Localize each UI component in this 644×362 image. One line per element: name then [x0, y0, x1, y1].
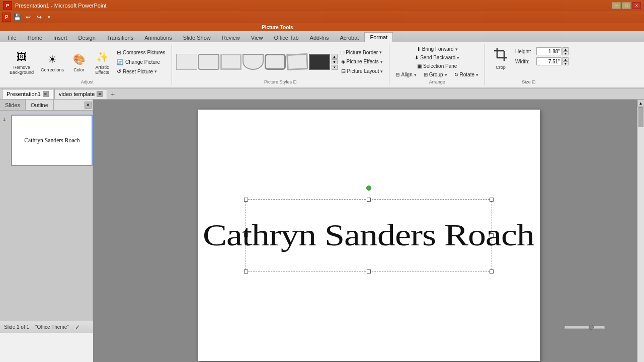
send-backward-dropdown: ▾	[457, 55, 459, 60]
handle-s[interactable]	[367, 269, 371, 274]
scroll-track[interactable]	[638, 107, 644, 362]
picture-style-6[interactable]	[286, 53, 308, 70]
tab-presentation1[interactable]: Presentation1 ✕	[2, 89, 53, 99]
picture-style-3[interactable]	[220, 54, 242, 70]
tab-video-template-close[interactable]: ✕	[97, 91, 103, 97]
slide-workspace[interactable]: ▲ ▼ Cathry	[93, 100, 644, 362]
title-text: Presentation1 - Microsoft PowerPoint	[15, 3, 107, 9]
tab-slideshow[interactable]: Slide Show	[178, 32, 216, 42]
slide-1-thumbnail[interactable]: Cathryn Sanders Roach	[11, 115, 93, 166]
crop-button[interactable]: Crop	[489, 45, 512, 71]
picture-layout-button[interactable]: ⊟ Picture Layout ▾	[339, 67, 385, 75]
tab-presentation1-label: Presentation1	[7, 91, 41, 97]
bring-forward-button[interactable]: ⬆ Bring Forward ▾	[415, 45, 460, 53]
remove-background-button[interactable]: 🖼 RemoveBackground	[7, 47, 36, 76]
tab-addins[interactable]: Add-Ins	[304, 32, 335, 42]
tab-view[interactable]: View	[246, 32, 269, 42]
reset-label: Reset Picture	[123, 69, 153, 74]
picture-styles-nav: ▲ ▼ ▾	[332, 54, 338, 70]
handle-se[interactable]	[490, 269, 494, 274]
rotate-dropdown: ▾	[476, 72, 478, 77]
handle-ne[interactable]	[490, 198, 494, 202]
scroll-up-button[interactable]: ▲	[637, 100, 645, 107]
reset-icon: ↺	[117, 68, 121, 75]
corrections-button[interactable]: ☀ Corrections	[38, 50, 66, 74]
handle-n[interactable]	[367, 198, 371, 202]
color-button[interactable]: 🎨 Color	[68, 50, 90, 74]
tab-video-template[interactable]: video template ✕	[54, 89, 108, 99]
tab-home[interactable]: Home	[22, 32, 48, 42]
tab-animations[interactable]: Animations	[139, 32, 177, 42]
vertical-scrollbar[interactable]: ▲ ▼	[637, 100, 644, 362]
align-button[interactable]: ⊟ Align ▾	[393, 71, 418, 78]
picture-style-1[interactable]	[176, 54, 197, 70]
compress-pictures-button[interactable]: ⊞ Compress Pictures	[115, 48, 167, 57]
picture-styles-expand-icon[interactable]: ⊡	[293, 79, 297, 84]
rotate-button[interactable]: ↻ Rotate ▾	[452, 71, 480, 78]
picture-border-button[interactable]: □ Picture Border ▾	[339, 48, 385, 56]
group-button[interactable]: ⊞ Group ▾	[422, 71, 449, 78]
tab-acrobat[interactable]: Acrobat	[334, 32, 364, 42]
align-icon: ⊟	[395, 72, 399, 77]
outline-tab[interactable]: Outline	[26, 100, 54, 110]
selection-pane-label: Selection Pane	[423, 63, 457, 69]
zoom-thumb[interactable]	[589, 325, 594, 330]
arrange-label: Arrange	[429, 79, 445, 84]
signature-image: Cathryn Sanders Roach	[203, 218, 534, 253]
restore-button[interactable]: □	[622, 2, 631, 9]
close-button[interactable]: ✕	[632, 2, 641, 9]
styles-up-button[interactable]: ▲	[332, 54, 338, 59]
selection-pane-button[interactable]: ▣ Selection Pane	[415, 62, 459, 70]
styles-more-button[interactable]: ▾	[332, 65, 338, 70]
tab-design[interactable]: Design	[73, 32, 101, 42]
tab-review[interactable]: Review	[216, 32, 246, 42]
scroll-thumb[interactable]	[638, 107, 643, 127]
tab-file[interactable]: File	[2, 32, 22, 42]
handle-nw[interactable]	[244, 198, 248, 202]
zoom-slider[interactable]	[565, 326, 605, 329]
tab-officetab[interactable]: Office Tab	[268, 32, 304, 42]
send-backward-button[interactable]: ⬇ Send Backward ▾	[413, 54, 461, 61]
slides-tab[interactable]: Slides	[0, 100, 26, 110]
picture-style-5[interactable]	[265, 54, 286, 70]
change-picture-button[interactable]: 🔄 Change Picture	[115, 58, 167, 66]
tab-presentation1-close[interactable]: ✕	[43, 91, 49, 97]
group-icon: ⊞	[424, 72, 428, 77]
compress-label: Compress Pictures	[123, 50, 165, 55]
rotate-handle[interactable]	[366, 186, 371, 191]
change-pic-icon: 🔄	[117, 59, 124, 65]
picture-effects-button[interactable]: ◈ Picture Effects ▾	[339, 57, 385, 66]
save-button[interactable]: 💾	[12, 13, 22, 22]
thumb-signature-text: Cathryn Sanders Roach	[24, 137, 79, 144]
panel-close-button[interactable]: ✕	[85, 102, 92, 109]
tab-insert[interactable]: Insert	[48, 32, 73, 42]
height-up[interactable]: ▲	[562, 47, 569, 51]
redo-button[interactable]: ↪	[34, 13, 44, 22]
align-dropdown: ▾	[414, 72, 417, 77]
tab-format[interactable]: Format	[364, 32, 393, 42]
handle-sw[interactable]	[244, 269, 248, 274]
size-group: Crop Height: ▲ ▼ Width:	[485, 44, 573, 85]
spell-check-icon[interactable]: ✓	[75, 324, 80, 331]
width-input[interactable]	[536, 57, 561, 65]
quick-access-dropdown[interactable]: ▾	[45, 13, 52, 22]
minimize-button[interactable]: ─	[612, 2, 621, 9]
size-expand-icon[interactable]: ⊡	[532, 79, 536, 84]
tab-transitions[interactable]: Transitions	[101, 32, 139, 42]
add-document-button[interactable]: +	[108, 89, 117, 99]
artistic-effects-button[interactable]: ✨ ArtisticEffects	[92, 47, 113, 76]
layout-dropdown: ▾	[380, 69, 383, 74]
main-content: ▲ ▼ Cathry	[93, 100, 644, 321]
height-down[interactable]: ▼	[562, 51, 569, 55]
picture-style-4[interactable]	[243, 54, 264, 70]
picture-style-7[interactable]	[309, 54, 330, 70]
picture-style-2[interactable]	[198, 54, 219, 70]
selected-image-container[interactable]: Cathryn Sanders Roach	[246, 199, 492, 272]
width-down[interactable]: ▼	[562, 61, 569, 65]
reset-picture-button[interactable]: ↺ Reset Picture ▾	[115, 67, 167, 76]
height-input[interactable]	[536, 47, 561, 55]
width-spinner: ▲ ▼	[562, 57, 569, 65]
styles-down-button[interactable]: ▼	[332, 59, 338, 64]
width-up[interactable]: ▲	[562, 57, 569, 61]
undo-button[interactable]: ↩	[23, 13, 33, 22]
